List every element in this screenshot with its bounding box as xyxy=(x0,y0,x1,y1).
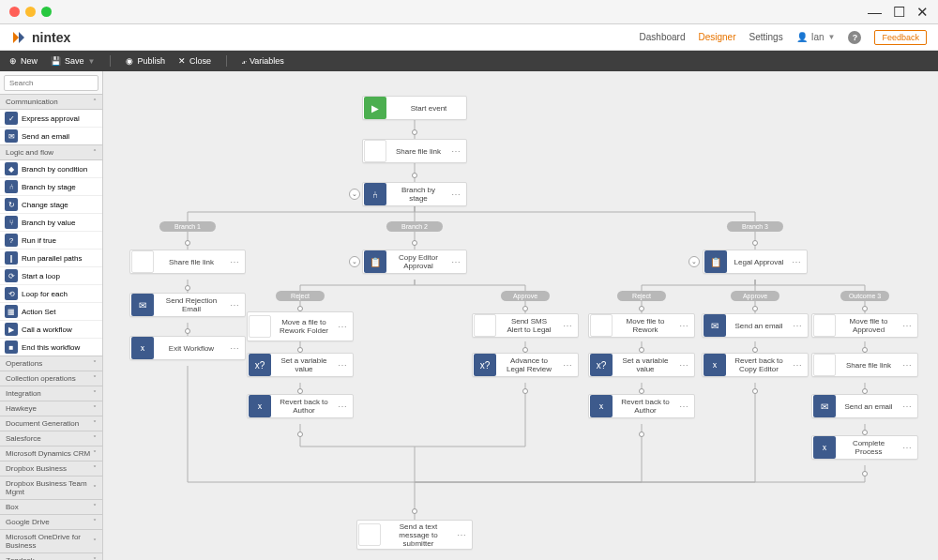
node-legal-approval[interactable]: 📋 Legal Approval ⋯ xyxy=(703,250,808,274)
node-move-file-rework[interactable]: box Move a file to Rework Folder ⋯ xyxy=(247,311,354,341)
feedback-button[interactable]: Feedback xyxy=(874,30,927,45)
sidebar-category[interactable]: Microsoft OneDrive for Business˅ xyxy=(0,529,102,553)
node-menu[interactable]: ⋯ xyxy=(897,443,917,453)
sidebar-action-item[interactable]: ✓Express approval xyxy=(0,110,102,128)
node-menu[interactable]: ⋯ xyxy=(451,530,472,540)
sidebar-action-item[interactable]: ‖Run parallel paths xyxy=(0,250,102,267)
branch-label-3: Branch 3 xyxy=(727,221,783,232)
node-menu[interactable]: ⋯ xyxy=(224,343,245,354)
node-move-file-approved[interactable]: box Move file to Approved ⋯ xyxy=(811,313,918,338)
node-branch-by-stage[interactable]: ⑃ Branch by stage ⋯ xyxy=(362,182,467,206)
new-button[interactable]: ⊕New xyxy=(9,56,38,66)
sidebar-action-item[interactable]: ✉Send an email xyxy=(0,128,102,145)
sidebar-category[interactable]: Box˅ xyxy=(0,499,102,515)
window-minimize[interactable]: — xyxy=(868,4,882,21)
outcome-reject: Reject xyxy=(617,291,666,301)
sidebar-action-item[interactable]: ■End this workflow xyxy=(0,339,102,356)
sidebar-category[interactable]: Dropbox Business Team Mgmt˅ xyxy=(0,476,102,500)
node-menu[interactable]: ⋯ xyxy=(786,257,807,267)
window-maximize[interactable]: ☐ xyxy=(893,4,905,21)
workflow-canvas[interactable]: ⌄ ⌄ ⌄ ▶ Start event box Share file link … xyxy=(103,71,938,560)
node-complete-process[interactable]: ｘ Complete Process ⋯ xyxy=(811,435,918,460)
node-menu[interactable]: ⋯ xyxy=(787,360,808,371)
nav-settings[interactable]: Settings xyxy=(749,32,783,42)
node-menu[interactable]: ⋯ xyxy=(673,321,694,331)
collapse-toggle[interactable]: ⌄ xyxy=(688,256,700,267)
node-share-file-link[interactable]: box Share file link ⋯ xyxy=(362,139,467,163)
sidebar-category[interactable]: Logic and flow˄ xyxy=(0,144,102,160)
sidebar-category[interactable]: Google Drive˅ xyxy=(0,514,102,530)
window-close-mac[interactable] xyxy=(9,7,20,17)
user-menu[interactable]: 👤 Ian ▼ xyxy=(796,32,836,42)
sidebar-category[interactable]: Collection operations˅ xyxy=(0,371,102,386)
sidebar-category[interactable]: Microsoft Dynamics CRM˅ xyxy=(0,446,102,462)
node-menu[interactable]: ⋯ xyxy=(897,321,917,331)
publish-button[interactable]: ◉Publish xyxy=(126,56,165,66)
sidebar-category[interactable]: Document Generation˅ xyxy=(0,416,102,431)
node-set-variable[interactable]: x? Set a variable value ⋯ xyxy=(247,353,354,377)
close-button[interactable]: ✕Close xyxy=(178,56,211,66)
sidebar-category[interactable]: Integration˅ xyxy=(0,386,102,401)
node-menu[interactable]: ⋯ xyxy=(224,257,245,267)
node-menu[interactable]: ⋯ xyxy=(897,401,917,412)
sidebar-category[interactable]: Salesforce˅ xyxy=(0,431,102,446)
node-menu[interactable]: ⋯ xyxy=(673,360,694,371)
node-menu[interactable]: ⋯ xyxy=(332,360,353,371)
sidebar-category[interactable]: Dropbox Business˅ xyxy=(0,461,102,477)
node-exit-workflow[interactable]: ｘ Exit Workflow ⋯ xyxy=(129,336,246,360)
node-menu[interactable]: ⋯ xyxy=(673,401,694,412)
node-revert-author[interactable]: ｘ Revert back to Author ⋯ xyxy=(588,394,695,418)
node-send-rejection-email[interactable]: ✉ Send Rejection Email ⋯ xyxy=(129,293,246,317)
sidebar-category[interactable]: Zendesk˅ xyxy=(0,552,102,560)
sidebar-action-item[interactable]: ⟳Start a loop xyxy=(0,267,102,285)
node-menu[interactable]: ⋯ xyxy=(446,189,466,200)
node-menu[interactable]: ⋯ xyxy=(332,322,353,332)
nav-designer[interactable]: Designer xyxy=(698,32,735,42)
node-revert-copy-editor[interactable]: ｘ Revert back to Copy Editor ⋯ xyxy=(702,353,809,377)
node-share-file-link[interactable]: box Share file link ⋯ xyxy=(811,353,918,377)
sidebar-category[interactable]: Hawkeye˅ xyxy=(0,401,102,416)
sidebar-action-item[interactable]: ↻Change stage xyxy=(0,196,102,214)
search-input[interactable] xyxy=(4,75,98,91)
node-menu[interactable]: ⋯ xyxy=(557,321,578,331)
window-zoom-mac[interactable] xyxy=(41,7,52,17)
node-set-variable[interactable]: x? Set a variable value ⋯ xyxy=(588,353,695,377)
sidebar-action-item[interactable]: ▦Action Set xyxy=(0,303,102,321)
window-minimize-mac[interactable] xyxy=(25,7,36,17)
sidebar-action-item[interactable]: ▶Call a workflow xyxy=(0,321,102,339)
save-button[interactable]: 💾Save▼ xyxy=(51,56,95,66)
node-menu[interactable]: ⋯ xyxy=(332,401,353,412)
variables-button[interactable]: 𝓍Variables xyxy=(242,56,284,67)
sidebar-action-item[interactable]: ⑂Branch by value xyxy=(0,214,102,232)
node-menu[interactable]: ⋯ xyxy=(446,257,466,267)
box-icon: box xyxy=(590,314,613,337)
branch-icon: ⑃ xyxy=(364,183,386,205)
node-send-email[interactable]: ✉ Send an email ⋯ xyxy=(702,313,809,338)
node-send-email[interactable]: ✉ Send an email ⋯ xyxy=(811,394,918,418)
collapse-toggle[interactable]: ⌄ xyxy=(349,189,360,200)
node-revert-author[interactable]: ｘ Revert back to Author ⋯ xyxy=(247,394,354,418)
node-start-event[interactable]: ▶ Start event xyxy=(362,96,467,120)
node-menu[interactable]: ⋯ xyxy=(897,360,917,371)
help-icon[interactable]: ? xyxy=(848,31,861,44)
sidebar-action-item[interactable]: ◆Branch by condition xyxy=(0,160,102,178)
node-advance-legal-review[interactable]: x? Advance to Legal Review ⋯ xyxy=(472,353,579,377)
node-move-file-rework[interactable]: box Move file to Rework ⋯ xyxy=(588,313,695,338)
node-share-file-link[interactable]: box Share file link ⋯ xyxy=(129,250,246,274)
node-menu[interactable]: ⋯ xyxy=(446,146,466,157)
node-menu[interactable]: ⋯ xyxy=(224,300,245,310)
sidebar-category[interactable]: Communication˄ xyxy=(0,94,102,110)
node-send-text-message[interactable]: ⊕ Send a text message to submitter ⋯ xyxy=(356,520,473,550)
sidebar-action-item[interactable]: ?Run if true xyxy=(0,232,102,250)
sidebar-category[interactable]: Operations˅ xyxy=(0,356,102,371)
window-close[interactable]: ✕ xyxy=(916,4,929,21)
node-menu[interactable]: ⋯ xyxy=(557,360,578,371)
sidebar-action-item[interactable]: ⑃Branch by stage xyxy=(0,178,102,196)
node-send-sms-legal[interactable]: ⊕ Send SMS Alert to Legal ⋯ xyxy=(472,313,579,338)
sidebar-action-item[interactable]: ⟲Loop for each xyxy=(0,285,102,303)
node-menu[interactable]: ⋯ xyxy=(787,321,808,331)
node-copy-editor-approval[interactable]: 📋 Copy Editor Approval ⋯ xyxy=(362,250,467,274)
nav-dashboard[interactable]: Dashboard xyxy=(640,32,686,42)
collapse-toggle[interactable]: ⌄ xyxy=(349,256,360,267)
traffic-lights xyxy=(9,7,52,17)
